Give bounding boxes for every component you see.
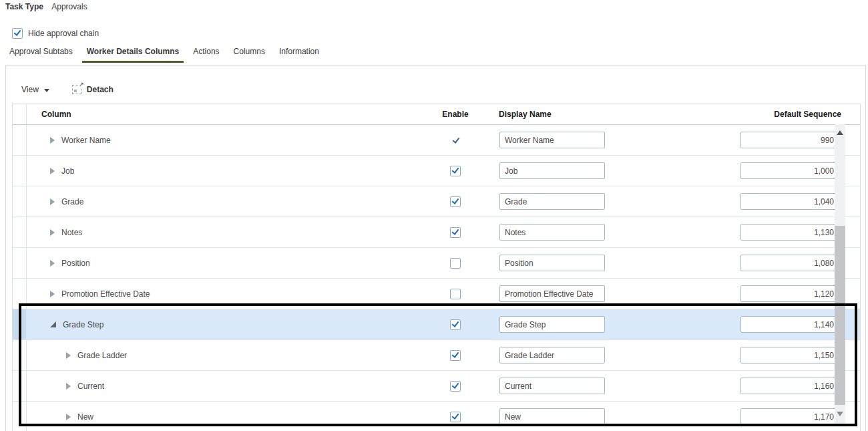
default-sequence-input[interactable] (740, 316, 839, 333)
default-sequence-input[interactable] (740, 347, 839, 364)
row-selector-gutter[interactable] (13, 217, 27, 247)
column-header-enable: Enable (429, 110, 482, 119)
enable-checkbox[interactable] (450, 381, 461, 392)
row-selector-gutter[interactable] (13, 125, 27, 155)
enable-checkbox[interactable] (450, 227, 461, 238)
display-name-input[interactable] (499, 316, 605, 333)
expand-row-icon[interactable] (50, 291, 55, 297)
display-name-input[interactable] (499, 347, 605, 364)
table-row[interactable]: New (13, 401, 860, 431)
table-row[interactable]: Notes (13, 217, 860, 247)
enable-cell (429, 319, 482, 330)
column-cell: Notes (27, 228, 429, 237)
expand-row-icon[interactable] (50, 260, 55, 267)
table-row[interactable]: Grade Ladder (13, 339, 860, 370)
display-name-cell (482, 255, 728, 271)
enable-checkbox[interactable] (450, 319, 461, 330)
default-sequence-cell (728, 224, 841, 241)
expand-row-icon[interactable] (50, 137, 55, 144)
default-sequence-input[interactable] (740, 132, 839, 148)
tab-approval-subtabs[interactable]: Approval Subtabs (9, 47, 73, 61)
enable-cell (429, 289, 482, 299)
default-sequence-input[interactable] (740, 378, 839, 394)
table-row[interactable]: Grade Step (13, 309, 860, 339)
display-name-input[interactable] (499, 162, 605, 179)
enable-checkbox[interactable] (450, 412, 461, 422)
hide-approval-chain-checkbox[interactable] (12, 28, 23, 39)
row-selector-gutter[interactable] (13, 156, 27, 186)
row-label: New (77, 412, 93, 422)
row-selector-gutter[interactable] (13, 279, 27, 309)
display-name-cell (482, 224, 728, 241)
row-selector-gutter[interactable] (13, 186, 27, 217)
table-row[interactable]: Promotion Effective Date (13, 278, 860, 309)
column-cell: Grade Step (27, 320, 429, 329)
row-selector-gutter[interactable] (13, 340, 27, 370)
display-name-cell (482, 347, 728, 364)
expand-row-icon[interactable] (66, 352, 71, 359)
display-name-input[interactable] (499, 255, 605, 271)
row-selector-gutter[interactable] (13, 402, 27, 431)
expand-row-icon[interactable] (66, 414, 71, 420)
enable-cell (429, 196, 482, 207)
table-body: Worker NameJobGradeNotesPositionPromotio… (13, 125, 860, 431)
enable-checkbox[interactable] (450, 350, 461, 361)
enable-checkbox[interactable] (450, 196, 461, 207)
enable-checkbox[interactable] (450, 166, 461, 176)
display-name-input[interactable] (499, 285, 605, 302)
table-row[interactable]: Worker Name (13, 125, 860, 155)
display-name-input[interactable] (499, 408, 605, 425)
tab-worker-details-columns[interactable]: Worker Details Columns (87, 47, 179, 61)
enable-cell (429, 350, 482, 361)
scroll-down-icon[interactable] (837, 412, 843, 416)
default-sequence-cell (728, 316, 841, 333)
view-menu-button[interactable]: View (21, 85, 49, 94)
default-sequence-input[interactable] (740, 193, 839, 210)
tab-actions[interactable]: Actions (193, 47, 219, 61)
detach-button[interactable]: Detach (72, 85, 114, 94)
scroll-up-icon[interactable] (837, 130, 843, 135)
display-name-input[interactable] (499, 193, 605, 210)
table-row[interactable]: Position (13, 247, 860, 278)
display-name-cell (482, 132, 728, 148)
table-row[interactable]: Grade (13, 186, 860, 217)
expand-row-icon[interactable] (50, 229, 55, 236)
row-selector-gutter[interactable] (13, 371, 27, 401)
row-selector-gutter[interactable] (13, 309, 27, 339)
column-cell: Worker Name (27, 136, 429, 145)
enable-checkbox[interactable] (450, 258, 461, 269)
page: Task Type Approvals Hide approval chain … (0, 0, 868, 431)
display-name-input[interactable] (499, 132, 605, 148)
column-header-default-sequence: Default Sequence (728, 110, 841, 119)
column-header-column: Column (27, 110, 429, 119)
tab-bar: Approval SubtabsWorker Details ColumnsAc… (9, 47, 319, 61)
default-sequence-input[interactable] (740, 255, 839, 271)
column-cell: Grade (27, 197, 429, 206)
collapse-row-icon[interactable] (50, 321, 56, 327)
column-cell: New (27, 412, 429, 422)
row-label: Grade (61, 197, 83, 206)
row-label: Worker Name (61, 136, 111, 145)
tab-information[interactable]: Information (279, 47, 319, 61)
expand-row-icon[interactable] (50, 168, 55, 174)
enable-cell (429, 227, 482, 238)
table-row[interactable]: Current (13, 370, 860, 401)
enabled-check-icon (451, 136, 460, 145)
column-header-display-name: Display Name (482, 110, 728, 119)
display-name-input[interactable] (499, 378, 605, 394)
expand-row-icon[interactable] (66, 383, 71, 390)
scrollbar-thumb[interactable] (835, 226, 845, 405)
expand-row-icon[interactable] (50, 198, 55, 205)
default-sequence-input[interactable] (740, 285, 839, 302)
default-sequence-input[interactable] (740, 224, 839, 241)
vertical-scrollbar[interactable] (835, 124, 845, 425)
row-selector-gutter[interactable] (13, 248, 27, 278)
default-sequence-input[interactable] (740, 162, 839, 179)
tab-columns[interactable]: Columns (234, 47, 265, 61)
default-sequence-cell (728, 255, 841, 271)
enable-checkbox[interactable] (450, 289, 461, 299)
display-name-input[interactable] (499, 224, 605, 241)
table-row[interactable]: Job (13, 155, 860, 186)
task-type-header: Task Type Approvals (5, 2, 87, 11)
default-sequence-input[interactable] (740, 408, 839, 425)
